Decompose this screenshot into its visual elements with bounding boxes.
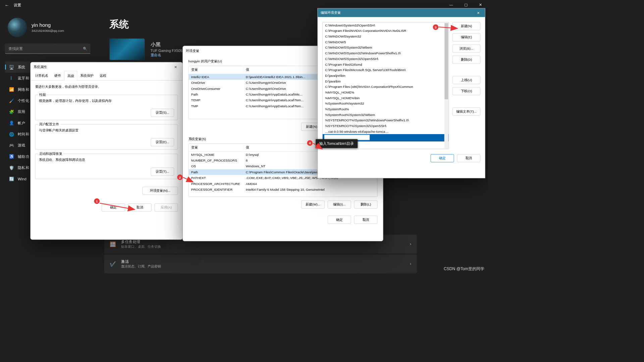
cancel-button[interactable]: 取消: [354, 216, 378, 224]
multitask-icon: 🪟: [110, 241, 116, 247]
annotation-bullet-4: 4: [307, 140, 313, 146]
nav-label: 帐户: [18, 121, 25, 125]
cancel-button[interactable]: 取消: [457, 154, 481, 162]
nav-label: 辅助功: [18, 154, 29, 159]
col-var[interactable]: 变量: [189, 144, 243, 152]
profile-settings-button[interactable]: 设置(E)...: [151, 138, 174, 146]
user-email: 3421824066@qq.com: [32, 29, 64, 33]
list-item[interactable]: %SystemRoot%: [323, 106, 449, 112]
list-item[interactable]: C:\WINDOWS\System32\Wbem: [323, 45, 449, 50]
dialog-title: 环境变量: [186, 49, 199, 53]
device-image: [109, 38, 145, 60]
nav-label: 个性化: [18, 98, 29, 103]
sys-delete-button[interactable]: 删除(L): [354, 200, 378, 208]
list-item[interactable]: %SYSTEMROOT%\System32\OpenSSH\: [323, 123, 449, 129]
tab[interactable]: 系统保护: [77, 71, 97, 80]
search-icon: 🔍: [83, 47, 87, 51]
browse-button[interactable]: 浏览(B)...: [452, 45, 480, 53]
move-up-button[interactable]: 上移(U): [452, 76, 480, 84]
ok-button[interactable]: 确定: [102, 203, 125, 212]
close-icon[interactable]: ✕: [172, 65, 179, 69]
list-item[interactable]: D:\java\bin: [323, 78, 449, 84]
nav-label: 游戏: [18, 143, 25, 147]
delete-button[interactable]: 删除(D): [452, 56, 480, 64]
titlebar-label: 设置: [14, 3, 21, 7]
nav-icon: 🛡️: [9, 165, 14, 170]
sys-new-button[interactable]: 新建(W)...: [301, 200, 325, 208]
nav-icon: 👤: [9, 121, 14, 125]
search-input[interactable]: 查找设置 🔍: [5, 44, 91, 54]
device-model: TUF Gaming FX505: [151, 48, 182, 52]
settings-row-activation[interactable]: ✔️ 激活 激活状态、订阅、产品密钥 ›: [104, 254, 417, 273]
chevron-right-icon: ›: [410, 262, 411, 266]
back-icon[interactable]: ←: [5, 2, 9, 8]
nav-label: 系统: [18, 65, 25, 69]
edit-env-var-dialog: 编辑环境变量 ✕ C:\Windows\System32\OpenSSH\C:\…: [317, 8, 485, 178]
group-desc: 系统启动、系统故障和调试信息: [39, 158, 174, 162]
list-item[interactable]: C:\Program Files\Git\cmd: [323, 61, 449, 67]
nav-icon: 🔄: [9, 176, 14, 181]
move-down-button[interactable]: 下移(O): [452, 87, 480, 95]
list-item[interactable]: C:\WINDOWS: [323, 39, 449, 45]
user-card[interactable]: yin hong 3421824066@qq.com: [5, 10, 97, 44]
scrollbar-thumb[interactable]: [444, 23, 448, 99]
row-title: 激活: [121, 259, 161, 264]
table-row[interactable]: PROCESSOR_IDENTIFIERIntel64 Family 6 Mod…: [189, 187, 377, 192]
dialog-title-bar[interactable]: 编辑环境变量 ✕: [318, 8, 485, 17]
list-item[interactable]: C:\WINDOWS\System32\WindowsPowerShell\v1…: [323, 50, 449, 56]
col-var[interactable]: 变量: [189, 66, 243, 74]
list-item[interactable]: %MYSQL_HOME%: [323, 89, 449, 95]
edit-button[interactable]: 编辑(E): [452, 33, 480, 41]
annotation-bullet-3: 3: [433, 24, 439, 30]
group-legend: 启动和故障恢复: [38, 152, 64, 156]
user-name: yin hong: [32, 22, 64, 28]
startup-settings-button[interactable]: 设置(T)...: [151, 168, 174, 176]
nav-icon: ♿: [9, 154, 14, 159]
list-item[interactable]: %SystemRoot%\System32\Wbem: [323, 112, 449, 117]
group-performance: 性能 视觉效果，处理器计划，内存使用，以及虚拟内存 设置(S)...: [35, 95, 178, 120]
close-icon[interactable]: ✕: [475, 11, 482, 14]
list-item[interactable]: %MYSQL_HOME%\bin: [323, 95, 449, 101]
list-item[interactable]: C:\Program Files (x86)\NVIDIA Corporatio…: [323, 84, 449, 89]
tab[interactable]: 计算机名: [32, 71, 51, 80]
group-startup: 启动和故障恢复 系统启动、系统故障和调试信息 设置(T)...: [35, 154, 178, 179]
list-item[interactable]: C:\WINDOWS\System32\OpenSSH\: [323, 56, 449, 62]
group-legend: 用户配置文件: [38, 122, 60, 127]
chevron-right-icon: ›: [410, 242, 411, 246]
watermark: CSDN @Tom里的同学: [444, 266, 484, 272]
tab[interactable]: 硬件: [51, 71, 64, 80]
nav-label: Wind: [18, 177, 26, 181]
list-item[interactable]: %SYSTEMROOT%\System32\WindowsPowerShell\…: [323, 117, 449, 123]
tabs: 计算机名硬件高级系统保护远程: [31, 71, 182, 80]
ok-button[interactable]: 确定: [431, 154, 454, 162]
dialog-title: 编辑环境变量: [321, 10, 340, 15]
list-item[interactable]: …cat-9.0.56-windows-x64\apache-tomca…: [323, 128, 449, 134]
list-item[interactable]: C:\Windows\System32\OpenSSH\: [323, 22, 449, 28]
ok-button[interactable]: 确定: [328, 216, 351, 224]
tab[interactable]: 远程: [97, 71, 109, 80]
apply-button[interactable]: 应用(A): [155, 203, 178, 212]
group-legend: 性能: [38, 93, 47, 97]
nav-label: 时间和: [18, 132, 29, 136]
list-item[interactable]: D:\java\jre\bin: [323, 73, 449, 78]
perf-settings-button[interactable]: 设置(S)...: [151, 109, 174, 117]
table-row[interactable]: PROCESSOR_ARCHITECTUREAMD64: [189, 181, 377, 187]
annotation-bullet-2: 2: [177, 175, 183, 180]
env-vars-button[interactable]: 环境变量(N)...: [142, 187, 178, 195]
path-list[interactable]: C:\Windows\System32\OpenSSH\C:\Program F…: [322, 22, 449, 149]
edit-text-button[interactable]: 编辑文本(T)...: [452, 108, 480, 116]
group-desc: 与登录帐户相关的桌面设置: [39, 128, 174, 133]
list-item[interactable]: C:\Program Files\Microsoft SQL Server\13…: [323, 67, 449, 73]
cancel-button[interactable]: 取消: [128, 203, 152, 212]
scrollbar[interactable]: [444, 22, 448, 148]
sys-edit-button[interactable]: 编辑(I)...: [328, 200, 351, 208]
device-rename-link[interactable]: 重命名: [151, 53, 182, 58]
list-item[interactable]: C:\Program Files\NVIDIA Corporation\NVID…: [323, 28, 449, 34]
list-item[interactable]: C:\WINDOWS\system32: [323, 34, 449, 39]
avatar: [8, 18, 27, 37]
list-item[interactable]: %SystemRoot%\system32: [323, 101, 449, 106]
device-name: 小黑: [151, 41, 182, 48]
nav-icon: 🎮: [9, 143, 14, 147]
tab[interactable]: 高级: [64, 71, 77, 80]
new-button[interactable]: 新建(N): [452, 22, 480, 30]
